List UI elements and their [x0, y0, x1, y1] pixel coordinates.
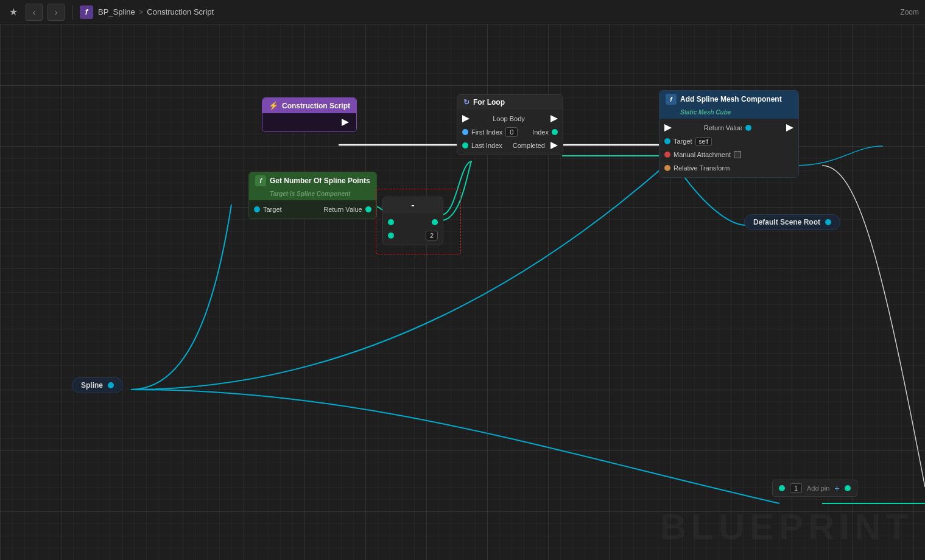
breadcrumb-script: Construction Script	[147, 7, 214, 16]
subtract-out-pin[interactable]	[432, 219, 438, 225]
subtract-b-value[interactable]: 2	[426, 231, 438, 240]
getnumber-target-row: Target Return Value	[249, 203, 376, 216]
getnumber-return-label: Return Value	[323, 206, 362, 213]
blueprint-watermark: BLUEPRINT	[660, 506, 913, 548]
completed-label: Completed	[513, 142, 545, 149]
relative-transform-label: Relative Transform	[674, 164, 730, 172]
construction-script-title: Construction Script	[282, 102, 350, 110]
manual-attachment-pin[interactable]	[664, 152, 670, 158]
target-value[interactable]: self	[695, 137, 712, 146]
forloop-title: For Loop	[473, 98, 505, 107]
index-out-label: Index	[532, 128, 549, 136]
forloop-last-index-pin[interactable]	[462, 142, 468, 149]
get-number-spline-node: f Get Number Of Spline Points Target is …	[248, 172, 377, 219]
subtract-b-pin[interactable]	[388, 233, 394, 239]
loop-body-label: Loop Body	[493, 115, 525, 122]
splinemesh-exec-row: Return Value	[659, 121, 798, 135]
function-icon: f	[80, 5, 93, 19]
breadcrumb-separator: >	[139, 7, 144, 16]
subtract-input-a-row	[383, 215, 443, 229]
spline-mesh-title: Add Spline Mesh Component	[680, 95, 782, 103]
first-index-label: First Index	[471, 128, 502, 136]
forloop-last-index-row: Last Index Completed	[457, 139, 563, 152]
back-button[interactable]: ‹	[26, 4, 43, 21]
last-index-label: Last Index	[471, 142, 502, 149]
sceneroot-label: Default Scene Root	[753, 218, 820, 226]
getnumber-target-pin[interactable]	[254, 206, 260, 212]
return-value-label: Return Value	[704, 124, 742, 131]
forloop-exec-in-pin[interactable]	[462, 115, 470, 122]
star-icon[interactable]: ★	[6, 5, 21, 19]
splinemesh-transform-row: Relative Transform	[659, 161, 798, 175]
return-value-pin[interactable]	[745, 125, 751, 131]
splinemesh-target-row: Target self	[659, 135, 798, 148]
sceneroot-pin[interactable]	[825, 219, 831, 225]
topbar: ★ ‹ › f BP_Spline > Construction Script …	[0, 0, 925, 24]
forward-button[interactable]: ›	[47, 4, 65, 21]
forloop-exec-row: Loop Body	[457, 112, 563, 125]
splinemesh-exec-out[interactable]	[786, 124, 793, 131]
bottom-pin-left[interactable]	[779, 485, 785, 491]
first-index-value[interactable]: 0	[505, 127, 518, 137]
default-scene-root-node[interactable]: Default Scene Root	[744, 214, 840, 230]
manual-attachment-checkbox[interactable]	[734, 151, 741, 158]
add-spline-mesh-node: f Add Spline Mesh Component Static Mesh …	[659, 90, 799, 178]
target-label: Target	[674, 138, 692, 145]
forloop-index-out-pin[interactable]	[552, 129, 558, 135]
breadcrumb-blueprint[interactable]: BP_Spline	[98, 7, 135, 16]
forloop-first-index-pin[interactable]	[462, 129, 468, 135]
subtract-operator: -	[411, 200, 414, 211]
forloop-completed-pin[interactable]	[550, 142, 558, 149]
bottom-partial-node: 1 Add pin +	[772, 480, 857, 497]
manual-attachment-label: Manual Attachment	[674, 151, 731, 158]
getnumber-return-pin[interactable]	[365, 206, 371, 212]
forloop-exec-out-pin[interactable]	[550, 115, 558, 122]
spline-mesh-subtitle: Static Mesh Cube	[680, 109, 731, 116]
construction-exec-out-pin[interactable]	[342, 119, 349, 126]
getnumber-subtitle: Target is Spline Component	[270, 191, 350, 197]
spline-mesh-func-icon: f	[666, 94, 677, 105]
spline-out-pin[interactable]	[108, 382, 114, 388]
construction-exec-row	[262, 116, 356, 129]
spline-variable-node[interactable]: Spline	[72, 377, 123, 393]
breadcrumb: BP_Spline > Construction Script	[98, 7, 214, 16]
spline-label: Spline	[81, 381, 103, 390]
forloop-first-index-row: First Index 0 Index	[457, 125, 563, 139]
bottom-pin-right[interactable]	[845, 485, 851, 491]
getnumber-func-icon: f	[255, 175, 266, 186]
zoom-label: Zoom	[900, 8, 919, 16]
splinemesh-exec-in[interactable]	[664, 124, 672, 131]
for-loop-node: ↻ For Loop Loop Body First Index 0 Index	[457, 94, 563, 155]
splinemesh-target-pin[interactable]	[664, 138, 670, 144]
subtract-input-b-row: 2	[383, 229, 443, 242]
add-pin-label[interactable]: Add pin	[807, 485, 829, 492]
separator	[72, 5, 72, 19]
bottom-value[interactable]: 1	[790, 483, 802, 493]
splinemesh-manual-row: Manual Attachment	[659, 148, 798, 161]
construction-script-node: ⚡ Construction Script	[262, 97, 357, 132]
subtract-a-pin[interactable]	[388, 219, 394, 225]
subtract-node: - 2	[382, 197, 443, 245]
getnumber-target-label: Target	[263, 206, 282, 213]
add-pin-icon[interactable]: +	[834, 483, 839, 493]
relative-transform-pin[interactable]	[664, 165, 670, 171]
getnumber-title: Get Number Of Spline Points	[270, 177, 370, 185]
blueprint-canvas[interactable]: ⚡ Construction Script ↻ For Loop Loop Bo…	[0, 24, 925, 560]
